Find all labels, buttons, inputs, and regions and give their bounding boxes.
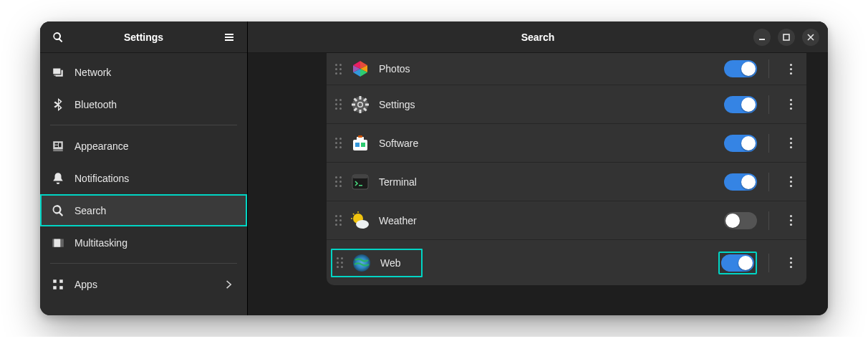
terminal-icon xyxy=(350,172,370,192)
menu-button[interactable] xyxy=(220,28,238,47)
close-icon xyxy=(807,34,814,41)
toggle-switch[interactable] xyxy=(724,135,757,152)
search-button[interactable] xyxy=(49,28,67,47)
svg-point-19 xyxy=(359,102,362,106)
sidebar-item-label: Search xyxy=(74,205,106,216)
search-icon xyxy=(52,204,64,217)
list-item-label: Terminal xyxy=(379,176,715,188)
drag-handle[interactable] xyxy=(335,138,342,148)
more-options-button[interactable] xyxy=(781,133,801,153)
svg-rect-27 xyxy=(359,185,362,186)
list-item-label: Settings xyxy=(379,99,715,110)
more-options-button[interactable] xyxy=(781,172,801,192)
svg-rect-23 xyxy=(355,143,360,147)
toggle-switch[interactable] xyxy=(724,173,757,191)
sidebar-item-apps[interactable]: Apps xyxy=(40,268,247,300)
sidebar: Settings Network Bluetooth Appearance No… xyxy=(40,21,248,315)
sidebar-list: Network Bluetooth Appearance Notificatio… xyxy=(40,53,247,315)
svg-rect-11 xyxy=(360,96,362,100)
drag-handle[interactable] xyxy=(335,99,342,110)
svg-line-31 xyxy=(353,214,355,215)
toggle-switch[interactable] xyxy=(724,212,757,229)
sidebar-item-search[interactable]: Search xyxy=(40,194,247,226)
search-providers-list: Photos Settings xyxy=(327,53,806,285)
appearance-icon xyxy=(52,140,64,153)
more-options-button[interactable] xyxy=(781,59,801,79)
sidebar-item-label: Appearance xyxy=(74,140,129,152)
weather-icon xyxy=(350,211,370,231)
sidebar-item-appearance[interactable]: Appearance xyxy=(40,130,247,162)
svg-rect-26 xyxy=(352,175,368,178)
drag-handle[interactable] xyxy=(335,215,342,226)
maximize-button[interactable] xyxy=(778,29,795,46)
svg-rect-13 xyxy=(352,103,355,105)
drag-handle[interactable] xyxy=(335,176,342,187)
list-item: Software xyxy=(327,123,806,162)
drag-handle[interactable] xyxy=(335,64,342,75)
svg-point-32 xyxy=(356,220,369,229)
svg-rect-1 xyxy=(783,34,789,40)
window-controls xyxy=(753,29,819,46)
toggle-switch[interactable] xyxy=(724,60,757,77)
page-title: Search xyxy=(248,32,828,43)
settings-window: Settings Network Bluetooth Appearance No… xyxy=(40,21,828,315)
hamburger-icon xyxy=(223,32,235,43)
web-icon xyxy=(352,253,372,273)
sidebar-item-bluetooth[interactable]: Bluetooth xyxy=(40,88,247,120)
list-item-label: Weather xyxy=(379,215,715,226)
list-item-label: Software xyxy=(379,138,715,149)
close-button[interactable] xyxy=(802,29,819,46)
svg-rect-14 xyxy=(365,103,369,105)
apps-icon xyxy=(52,278,64,291)
list-item: Web xyxy=(327,239,806,285)
sidebar-item-network[interactable]: Network xyxy=(40,56,247,88)
list-item-label: Photos xyxy=(379,63,715,75)
svg-rect-24 xyxy=(361,143,365,147)
sidebar-item-multitasking[interactable]: Multitasking xyxy=(40,226,247,259)
main-header: Search xyxy=(248,21,828,53)
sidebar-item-label: Network xyxy=(74,67,111,78)
search-icon xyxy=(52,32,64,43)
gear-icon xyxy=(350,95,370,115)
network-icon xyxy=(52,66,64,79)
bell-icon xyxy=(52,172,64,185)
highlight-box: Web xyxy=(331,249,423,277)
more-options-button[interactable] xyxy=(781,253,801,273)
main-panel: Search Photos xyxy=(248,21,828,315)
sidebar-item-label: Apps xyxy=(74,279,97,290)
list-item-label: Web xyxy=(380,257,401,269)
chevron-right-icon xyxy=(223,278,236,291)
minimize-icon xyxy=(758,34,766,41)
list-item: Photos xyxy=(327,53,806,85)
sidebar-separator xyxy=(50,263,237,264)
drag-handle[interactable] xyxy=(337,257,343,268)
highlight-box xyxy=(718,252,757,274)
svg-rect-0 xyxy=(759,39,765,40)
sidebar-item-label: Multitasking xyxy=(74,237,127,249)
software-icon xyxy=(350,133,370,153)
sidebar-item-label: Bluetooth xyxy=(74,99,117,110)
list-item: Terminal xyxy=(327,162,806,201)
minimize-button[interactable] xyxy=(753,29,771,46)
sidebar-title: Settings xyxy=(67,32,220,43)
bluetooth-icon xyxy=(52,98,64,111)
more-options-button[interactable] xyxy=(781,95,801,115)
photos-icon xyxy=(350,59,370,79)
sidebar-item-label: Notifications xyxy=(74,173,129,184)
svg-rect-22 xyxy=(358,135,362,138)
svg-rect-12 xyxy=(360,110,362,113)
list-item: Settings xyxy=(327,85,806,123)
maximize-icon xyxy=(783,34,790,41)
multitasking-icon xyxy=(52,236,64,249)
sidebar-separator xyxy=(50,125,237,125)
list-item: Weather xyxy=(327,201,806,239)
search-providers-panel: Photos Settings xyxy=(248,53,828,315)
toggle-switch[interactable] xyxy=(721,254,754,272)
toggle-switch[interactable] xyxy=(724,96,757,113)
more-options-button[interactable] xyxy=(781,211,801,231)
sidebar-item-notifications[interactable]: Notifications xyxy=(40,162,247,194)
sidebar-header: Settings xyxy=(40,21,247,53)
